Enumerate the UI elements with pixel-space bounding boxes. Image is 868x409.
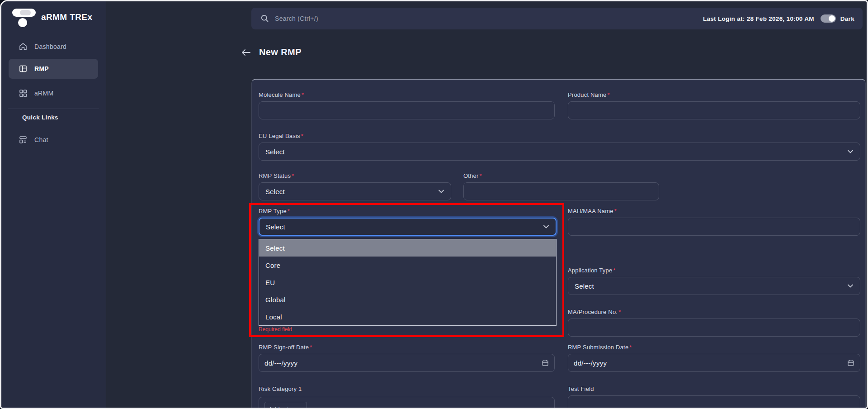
rmp-type-select[interactable]: Select xyxy=(259,218,557,236)
application-type-select[interactable]: Select xyxy=(568,277,860,295)
theme-toggle-knob xyxy=(829,15,835,22)
required-asterisk: * xyxy=(629,344,632,351)
chevron-down-icon xyxy=(847,284,854,288)
home-icon xyxy=(19,42,28,51)
search-input[interactable] xyxy=(275,15,703,22)
other-label: Other* xyxy=(463,172,482,179)
sidebar-item-chat[interactable]: Chat xyxy=(1,130,106,150)
chevron-down-icon xyxy=(847,149,854,154)
required-asterisk: * xyxy=(302,91,304,98)
theme-toggle[interactable] xyxy=(821,14,836,23)
calendar-icon[interactable] xyxy=(847,359,854,366)
molecule-name-input[interactable] xyxy=(259,101,555,119)
back-button[interactable] xyxy=(240,48,252,59)
rmp-type-label: RMP Type* xyxy=(259,208,290,214)
calendar-icon[interactable] xyxy=(542,359,549,366)
risk-category-1-field xyxy=(259,397,555,409)
theme-toggle-label: Dark xyxy=(840,15,854,22)
sidebar-section-title: Quick Links xyxy=(22,114,58,121)
topbar: Last Login at: 28 Feb 2026, 10:00 AM Dar… xyxy=(251,8,863,29)
search-icon xyxy=(260,14,269,23)
chevron-down-icon xyxy=(543,224,549,229)
brand-logo-icon xyxy=(12,8,38,29)
rmp-status-select[interactable]: Select xyxy=(259,182,451,200)
rmp-signoff-date-label: RMP Sign-off Date* xyxy=(259,344,312,351)
app-window: aRMM TREx Dashboard RMP aRMM xyxy=(0,0,868,409)
rmp-type-option-eu[interactable]: EU xyxy=(259,274,556,291)
brand-title: aRMM TREx xyxy=(41,12,92,22)
page-title: New RMP xyxy=(259,47,302,57)
ma-procedure-no-label: MA/Procedure No.* xyxy=(568,309,621,315)
sidebar-item-label: RMP xyxy=(34,65,49,72)
mah-maa-name-label: MAH/MAA Name* xyxy=(568,208,617,214)
sidebar: aRMM TREx Dashboard RMP aRMM xyxy=(1,1,106,408)
risk-category-1-label: Risk Category 1 xyxy=(259,385,302,392)
chat-icon xyxy=(19,135,28,144)
sidebar-item-label: Chat xyxy=(34,136,48,143)
rmp-signoff-date-field xyxy=(259,354,555,372)
grid-icon xyxy=(19,89,28,98)
sidebar-divider xyxy=(8,109,99,109)
risk-category-1-tag-input[interactable] xyxy=(264,402,307,409)
required-asterisk: * xyxy=(618,309,621,315)
back-arrow-icon xyxy=(240,48,252,57)
sidebar-item-armm[interactable]: aRMM xyxy=(1,83,106,103)
rmp-type-option-global[interactable]: Global xyxy=(259,291,556,308)
sidebar-item-dashboard[interactable]: Dashboard xyxy=(1,37,106,57)
molecule-name-label: Molecule Name* xyxy=(259,91,304,98)
rmp-status-label: RMP Status* xyxy=(259,172,294,179)
required-asterisk: * xyxy=(288,208,290,214)
sidebar-item-label: Dashboard xyxy=(34,43,66,50)
rmp-submission-date-label: RMP Submission Date* xyxy=(568,344,632,351)
rmp-type-option-select[interactable]: Select xyxy=(259,239,556,257)
application-type-label: Application Type* xyxy=(568,267,616,274)
required-field-helper: Required field xyxy=(259,326,292,333)
required-asterisk: * xyxy=(614,208,617,214)
chevron-down-icon xyxy=(438,189,444,194)
rmp-type-option-local[interactable]: Local xyxy=(259,308,556,325)
required-asterisk: * xyxy=(608,91,610,98)
required-asterisk: * xyxy=(480,172,482,179)
eu-legal-basis-select[interactable]: Select xyxy=(259,143,860,161)
required-asterisk: * xyxy=(613,267,615,274)
rmp-type-dropdown: Select Core EU Global Local xyxy=(259,239,557,326)
sidebar-item-rmp[interactable]: RMP xyxy=(9,59,98,79)
rmp-signoff-date-input[interactable] xyxy=(264,359,542,367)
required-asterisk: * xyxy=(310,344,312,351)
test-field-input[interactable] xyxy=(568,395,860,409)
rmp-type-option-core[interactable]: Core xyxy=(259,257,556,274)
product-name-label: Product Name* xyxy=(568,91,610,98)
other-input[interactable] xyxy=(463,182,659,200)
required-asterisk: * xyxy=(301,133,303,139)
eu-legal-basis-label: EU Legal Basis* xyxy=(259,133,303,139)
last-login-text: Last Login at: 28 Feb 2026, 10:00 AM xyxy=(703,15,814,22)
sidebar-item-label: aRMM xyxy=(34,90,53,97)
required-asterisk: * xyxy=(292,172,294,179)
table-icon xyxy=(19,64,28,73)
mah-maa-name-input[interactable] xyxy=(568,218,860,236)
product-name-input[interactable] xyxy=(568,101,860,119)
rmp-submission-date-field xyxy=(568,354,860,372)
rmp-submission-date-input[interactable] xyxy=(574,359,847,367)
test-field-label: Test Field xyxy=(568,385,594,392)
ma-procedure-no-input[interactable] xyxy=(568,319,860,337)
